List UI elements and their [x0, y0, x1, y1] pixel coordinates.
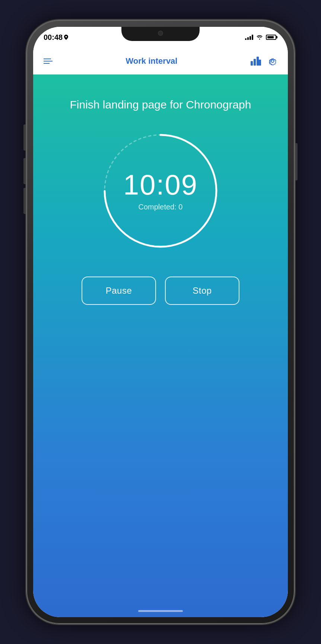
camera [158, 31, 163, 36]
gear-icon[interactable] [268, 56, 277, 66]
svg-rect-3 [259, 60, 261, 66]
location-icon [64, 35, 68, 40]
stop-button[interactable]: Stop [165, 277, 239, 305]
svg-rect-2 [257, 57, 259, 66]
svg-rect-1 [254, 59, 256, 66]
nav-right-icons [251, 56, 277, 66]
home-indicator [138, 610, 183, 612]
nav-bar: Work interval [33, 48, 288, 75]
phone-screen: 00:48 [33, 27, 288, 617]
phone-frame: 00:48 [26, 20, 295, 624]
main-content: Finish landing page for Chronograph 10:0… [33, 75, 288, 617]
timer-display: 10:09 Completed: 0 [123, 171, 198, 211]
phone-shell: 00:48 [26, 20, 295, 624]
status-icons [245, 35, 277, 40]
signal-icon [245, 35, 253, 40]
nav-title: Work interval [126, 56, 178, 66]
timer-container: 10:09 Completed: 0 [97, 127, 224, 254]
task-title: Finish landing page for Chronograph [33, 75, 288, 127]
timer-completed: Completed: 0 [123, 203, 198, 211]
battery-icon [266, 35, 277, 40]
wifi-icon [256, 35, 263, 40]
time-display: 00:48 [44, 33, 63, 42]
notch [121, 27, 200, 41]
status-time: 00:48 [44, 33, 68, 42]
menu-button[interactable] [44, 59, 53, 64]
svg-rect-0 [251, 61, 253, 66]
chart-icon[interactable] [251, 57, 261, 66]
timer-time: 10:09 [123, 171, 198, 199]
buttons-row: Pause Stop [33, 277, 288, 305]
pause-button[interactable]: Pause [82, 277, 156, 305]
